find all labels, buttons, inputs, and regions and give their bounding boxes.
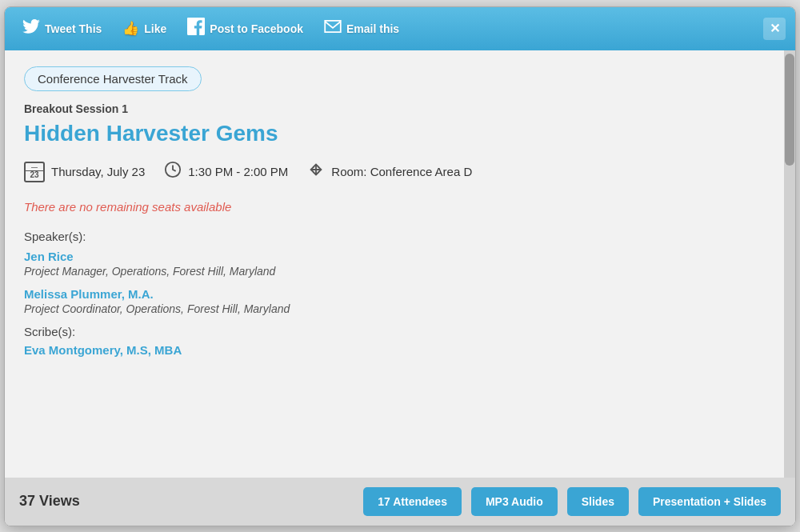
speaker-2-name: Melissa Plummer, M.A.	[24, 287, 765, 301]
facebook-button[interactable]: Post to Facebook	[179, 13, 311, 44]
speaker-1-name: Jen Rice	[24, 250, 765, 263]
topbar-actions: Tweet This 👍 Like Post to Facebook	[14, 13, 763, 44]
views-count: 37 Views	[19, 493, 354, 510]
time-text: 1:30 PM - 2:00 PM	[188, 165, 288, 178]
twitter-icon	[22, 19, 40, 38]
time-meta: 1:30 PM - 2:00 PM	[164, 161, 288, 182]
presentation-button[interactable]: Presentation + Slides	[638, 487, 781, 516]
speaker-2-title: Project Coordinator, Operations, Forest …	[24, 302, 765, 315]
no-seats-message: There are no remaining seats available	[24, 200, 765, 214]
calendar-icon: — 23	[24, 162, 45, 182]
facebook-label: Post to Facebook	[210, 22, 303, 35]
speaker-1-title: Project Manager, Operations, Forest Hill…	[24, 265, 765, 278]
room-text: Room: Conference Area D	[331, 165, 472, 178]
thumbsup-icon: 👍	[122, 20, 139, 37]
tweet-label: Tweet This	[45, 22, 102, 35]
room-meta: Room: Conference Area D	[307, 161, 472, 182]
bottombar: 37 Views 17 Attendees MP3 Audio Slides P…	[5, 478, 795, 526]
main-content: Conference Harvester Track Breakout Sess…	[5, 50, 784, 478]
scrollbar-thumb[interactable]	[785, 54, 794, 166]
slides-button[interactable]: Slides	[567, 487, 629, 516]
speakers-section: Speaker(s): Jen Rice Project Manager, Op…	[24, 230, 765, 315]
date-text: Thursday, July 23	[51, 165, 145, 178]
attendees-button[interactable]: 17 Attendees	[363, 487, 462, 516]
content-wrapper: Conference Harvester Track Breakout Sess…	[5, 50, 795, 478]
facebook-icon	[187, 18, 205, 39]
like-label: Like	[144, 22, 166, 35]
close-button[interactable]: ✕	[763, 18, 786, 40]
like-button[interactable]: 👍 Like	[114, 15, 174, 42]
meta-row: — 23 Thursday, July 23 1:30 PM - 2:00 PM	[24, 161, 765, 182]
scribes-section: Scribe(s): Eva Montgomery, M.S, MBA	[24, 325, 765, 357]
clock-icon	[164, 161, 182, 182]
speaker-item-1: Jen Rice Project Manager, Operations, Fo…	[24, 250, 765, 278]
session-title: Hidden Harvester Gems	[24, 120, 765, 147]
date-meta: — 23 Thursday, July 23	[24, 162, 145, 182]
session-label: Breakout Session 1	[24, 102, 765, 115]
scrollbar-track[interactable]	[784, 50, 795, 478]
topbar: Tweet This 👍 Like Post to Facebook	[5, 7, 795, 50]
track-badge: Conference Harvester Track	[24, 66, 202, 91]
tweet-button[interactable]: Tweet This	[14, 14, 110, 42]
mp3-button[interactable]: MP3 Audio	[471, 487, 558, 516]
email-button[interactable]: Email this	[316, 15, 407, 42]
email-label: Email this	[346, 22, 399, 35]
main-window: Tweet This 👍 Like Post to Facebook	[4, 6, 796, 526]
location-icon	[307, 161, 325, 182]
speakers-label: Speaker(s):	[24, 230, 765, 243]
scribes-label: Scribe(s):	[24, 325, 765, 338]
email-icon	[324, 20, 342, 37]
speaker-item-2: Melissa Plummer, M.A. Project Coordinato…	[24, 287, 765, 315]
scribe-1-name: Eva Montgomery, M.S, MBA	[24, 343, 765, 357]
